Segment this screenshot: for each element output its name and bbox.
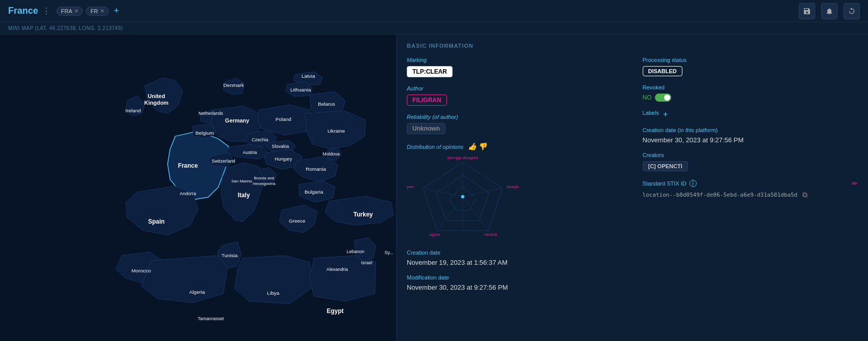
label-romania: Romania xyxy=(306,166,326,172)
label-andorra: Andorra xyxy=(180,191,196,196)
left-column: Marking TLP:CLEAR Author FILIGRAN Reliab… xyxy=(407,57,622,299)
radar-label-neutral: neutral xyxy=(485,232,497,237)
main-layout: United Kingdom Ireland France Belgium Ne… xyxy=(0,35,868,341)
more-options-icon[interactable]: ⋮ xyxy=(42,6,50,16)
label-libya: Libya xyxy=(267,290,279,296)
label-austria: Austria xyxy=(243,150,257,155)
svg-line-8 xyxy=(423,188,463,197)
creation-platform-value: November 30, 2023 at 9:27:56 PM xyxy=(643,136,858,144)
save-icon xyxy=(803,7,811,15)
country-algeria xyxy=(141,256,228,303)
stix-id-edit-icon[interactable]: ✏ xyxy=(852,179,858,188)
label-italy: Italy xyxy=(237,192,250,199)
label-lithuania: Lithuania xyxy=(290,87,311,92)
label-tamanrasset: Tamanrasset xyxy=(198,316,224,321)
label-egypt: Egypt xyxy=(327,307,344,315)
revoked-row: Revoked NO xyxy=(643,84,858,102)
creation-date-row: Creation date November 19, 2023 at 1:56:… xyxy=(407,250,622,266)
radar-label-agree: agree xyxy=(430,232,440,237)
add-tag-button[interactable]: + xyxy=(114,6,119,16)
label-france: France xyxy=(178,162,198,169)
modification-date-row: Modification date November 30, 2023 at 9… xyxy=(407,274,622,291)
creators-row: Creators [C] OPENCTI xyxy=(643,152,858,171)
label-morocco: Morocco xyxy=(132,268,152,273)
stix-id-value: location--b8d0549f-de06-5ebd-a6e9-d31a58… xyxy=(643,192,798,198)
label-uk: United xyxy=(148,93,165,99)
label-slovakia: Slovakia xyxy=(272,144,289,149)
tag-fr-close[interactable]: ✕ xyxy=(100,8,104,14)
label-turkey: Turkey xyxy=(353,211,373,218)
stix-id-value-row: location--b8d0549f-de06-5ebd-a6e9-d31a58… xyxy=(643,191,858,199)
basic-info-title: BASIC INFORMATION xyxy=(407,43,858,49)
info-grid: Marking TLP:CLEAR Author FILIGRAN Reliab… xyxy=(407,57,858,299)
radar-label-disagree: disagree xyxy=(506,184,519,189)
label-denmark: Denmark xyxy=(223,82,244,88)
svg-line-5 xyxy=(463,188,502,197)
reliability-row: Reliability (of author) Unknown xyxy=(407,114,622,134)
label-moldova: Moldova xyxy=(322,151,340,157)
label-latvia: Latvia xyxy=(302,73,315,79)
label-tunisia: Tunisia xyxy=(222,253,238,258)
map-panel: United Kingdom Ireland France Belgium Ne… xyxy=(0,35,397,341)
labels-header: Labels + xyxy=(643,110,858,119)
thumbsup-icon[interactable]: 👍 xyxy=(468,142,476,150)
save-icon-button[interactable] xyxy=(799,3,815,19)
marking-label: Marking xyxy=(407,57,622,63)
label-lebanon: Lebanon xyxy=(347,249,365,254)
label-greece: Greece xyxy=(289,218,306,224)
label-hungary: Hungary xyxy=(275,157,292,162)
map-svg: United Kingdom Ireland France Belgium Ne… xyxy=(0,35,396,341)
label-ireland: Ireland xyxy=(125,108,140,113)
author-chip[interactable]: FILIGRAN xyxy=(407,95,447,106)
marking-chip[interactable]: TLP:CLEAR xyxy=(407,66,453,77)
labels-label: Labels xyxy=(643,110,659,116)
tag-fra-label: FRA xyxy=(61,8,72,14)
radar-chart: strongly-disagree disagree neutral agree… xyxy=(407,153,519,240)
processing-status-row: Processing status DISABLED xyxy=(643,57,858,76)
distribution-row: Distribution of opinions 👍 👎 xyxy=(407,142,622,241)
radar-label-strongly-agree: strongly-agree xyxy=(407,184,414,189)
label-spain: Spain xyxy=(148,218,165,225)
bell-icon-button[interactable] xyxy=(821,3,837,19)
sync-icon-button[interactable] xyxy=(844,3,860,19)
modification-date-label: Modification date xyxy=(407,274,622,281)
bell-icon xyxy=(825,7,833,15)
stix-id-info-icon[interactable]: i xyxy=(690,180,697,187)
label-bosnia2: Herzegovina xyxy=(253,181,276,186)
info-panel: BASIC INFORMATION Marking TLP:CLEAR Auth… xyxy=(397,35,868,341)
stix-id-row-container: Standard STIX ID i ✏ location--b8d0549f-… xyxy=(643,179,858,199)
tag-fra[interactable]: FRA ✕ xyxy=(56,7,83,16)
label-czechia: Czechia xyxy=(252,137,268,142)
tag-fra-close[interactable]: ✕ xyxy=(74,8,78,14)
tag-fr-label: FR xyxy=(91,8,98,14)
modification-date-value: November 30, 2023 at 9:27:56 PM xyxy=(407,284,622,291)
label-ukraine: Ukraine xyxy=(327,128,345,134)
thumbsdown-icon[interactable]: 👎 xyxy=(478,142,487,150)
label-belgium: Belgium xyxy=(195,130,214,136)
toggle-track[interactable] xyxy=(655,94,671,102)
creation-platform-label: Creation date (in this platform) xyxy=(643,127,858,133)
revoked-value: NO xyxy=(643,94,652,101)
label-germany: Germany xyxy=(225,117,250,123)
radar-label-strongly-disagree: strongly-disagree xyxy=(447,156,478,160)
label-netherlands: Netherlands xyxy=(198,111,223,116)
processing-status-label: Processing status xyxy=(643,57,858,63)
author-row: Author FILIGRAN xyxy=(407,85,622,106)
processing-status-chip[interactable]: DISABLED xyxy=(643,66,682,76)
revoked-toggle[interactable]: NO xyxy=(643,94,671,102)
stix-id-copy-icon[interactable]: ⧉ xyxy=(802,191,807,199)
label-israel: Israel xyxy=(361,260,372,265)
label-belarus: Belarus xyxy=(318,101,335,107)
label-algeria: Algeria xyxy=(189,289,205,295)
stix-id-label: Standard STIX ID xyxy=(643,180,686,187)
tag-fr[interactable]: FR ✕ xyxy=(86,7,109,16)
reliability-chip[interactable]: Unknown xyxy=(407,123,445,134)
subheader: MINI MAP (LAT. 46.227638, LONG. 2.213749… xyxy=(0,22,868,35)
reliability-label: Reliability (of author) xyxy=(407,114,622,120)
add-label-button[interactable]: + xyxy=(663,110,668,119)
creators-chip[interactable]: [C] OPENCTI xyxy=(643,161,688,171)
label-bulgaria: Bulgaria xyxy=(305,189,323,195)
author-label: Author xyxy=(407,85,622,91)
label-bosnia: Bosnia and xyxy=(254,176,274,180)
marking-row: Marking TLP:CLEAR xyxy=(407,57,622,77)
